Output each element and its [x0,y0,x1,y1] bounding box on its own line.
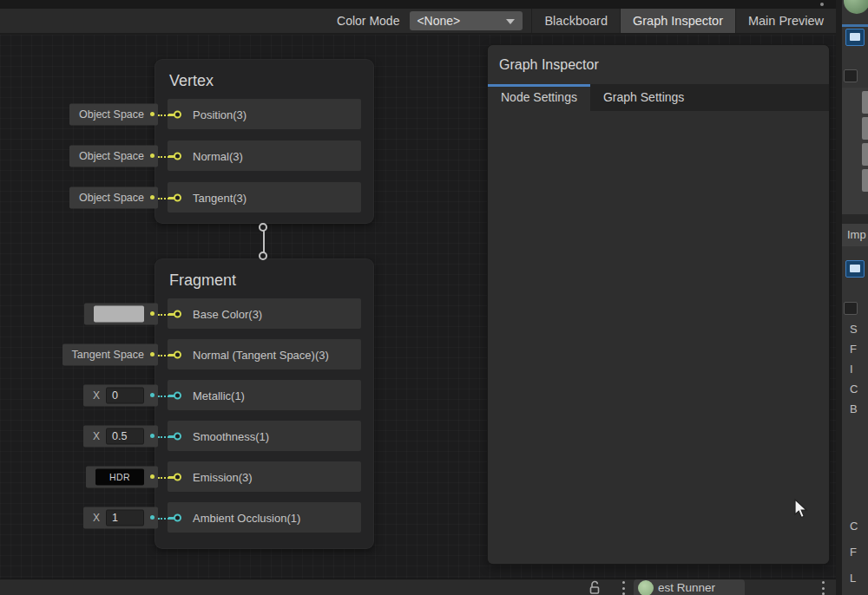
port-label: Smoothness(1) [193,429,269,442]
space-dropdown-value: Tangent Space [72,349,144,361]
port-connector-dot [150,112,155,116]
node-port-row: Object SpaceNormal(3) [168,141,361,171]
node-port-row: X0.5Smoothness(1) [168,421,361,451]
dropdown-control[interactable]: Object Space [69,145,158,167]
port-label: Emission(3) [193,470,253,483]
field-initial: L [850,566,867,592]
edge-connector-bottom-icon[interactable] [259,252,267,260]
shader-asset-icon [845,29,865,46]
node-port-row: X0Metallic(1) [168,380,361,410]
color-mode-dropdown[interactable]: <None> [410,11,523,30]
kebab-menu-icon[interactable] [621,581,625,595]
checkbox[interactable] [844,69,858,82]
shader-graph-window: Color Mode <None> BlackboardGraph Inspec… [0,0,868,595]
dropdown-control[interactable]: Object Space [69,103,158,125]
inspector-field-initials: SFICB [850,319,867,419]
port-connector-dot [150,515,155,520]
hdr-color-swatch: HDR [95,468,144,485]
graph-inspector-title: Graph Inspector [488,45,829,84]
port-connector-dot [150,474,155,479]
hdr-control[interactable]: HDR [86,466,158,487]
input-port-icon[interactable] [174,513,181,521]
node-port-row: Object SpacePosition(3) [168,99,361,129]
field-initial: F [850,539,867,566]
test-runner-tab-label: est Runner [658,581,715,594]
input-port-icon[interactable] [174,350,181,358]
field-input-sliver[interactable] [862,169,868,192]
float-control[interactable]: X1 [83,507,158,528]
toolbar-buttons: BlackboardGraph InspectorMain Preview [531,9,836,33]
port-label: Tangent(3) [193,191,247,204]
graph-canvas[interactable]: VertexObject SpacePosition(3)Object Spac… [0,35,836,579]
chevron-down-icon [506,19,515,24]
unlock-icon[interactable] [589,580,602,594]
float-control[interactable]: X0.5 [83,425,158,447]
x-prefix: X [93,430,100,442]
edge-connector-top-icon[interactable] [259,223,267,232]
node-title: Vertex [169,69,361,92]
port-label: Metallic(1) [193,389,245,402]
float-value: 0 [106,387,144,403]
color-control[interactable] [84,303,158,324]
graph-toolbar: Color Mode <None> BlackboardGraph Inspec… [0,9,836,35]
x-prefix: X [93,389,100,402]
x-prefix: X [93,512,100,524]
port-label: Normal(3) [193,149,243,162]
float-value: 1 [106,509,144,526]
dropdown-control[interactable]: Tangent Space [62,343,158,365]
node-port-row: Object SpaceTangent(3) [168,182,361,212]
port-label: Normal (Tangent Space)(3) [193,348,329,361]
input-port-icon[interactable] [174,432,181,440]
port-label: Ambient Occlusion(1) [193,511,300,524]
toolbar-button-main-preview[interactable]: Main Preview [735,9,836,33]
imported-object-header[interactable]: Imp [842,224,868,246]
inspector-lower-initials: CFL [850,513,867,592]
vertex-node[interactable]: VertexObject SpacePosition(3)Object Spac… [155,59,374,224]
color-swatch [94,305,144,322]
graph-inspector-panel: Graph Inspector Node SettingsGraph Setti… [488,45,829,564]
port-label: Position(3) [193,108,247,121]
port-connector-dot [150,434,155,438]
color-mode-label: Color Mode [337,14,399,28]
node-port-row: X1Ambient Occlusion(1) [168,502,361,533]
input-port-icon[interactable] [174,152,181,160]
color-mode-value: <None> [417,14,460,28]
field-input-sliver[interactable] [862,117,868,140]
bottom-bar: est Runner [0,579,836,595]
checkbox[interactable] [844,302,858,315]
port-connector-dot [150,352,155,356]
inspector-fields-section [842,88,868,214]
dropdown-control[interactable]: Object Space [69,186,158,208]
mouse-cursor-icon [794,499,809,520]
space-dropdown-value: Object Space [79,192,144,204]
inspector-tabstrip: Node SettingsGraph Settings [488,84,829,111]
field-input-sliver[interactable] [862,91,868,114]
field-input-sliver[interactable] [862,143,868,166]
tab-node-settings[interactable]: Node Settings [488,84,590,111]
input-port-icon[interactable] [174,110,181,118]
input-port-icon[interactable] [174,473,181,481]
test-runner-tab[interactable]: est Runner [634,579,745,595]
field-initial: B [850,399,867,419]
unity-inspector-sliver: Imp SFICB CFL [836,0,868,595]
tab-graph-settings[interactable]: Graph Settings [590,84,697,111]
section-divider [842,214,868,224]
toolbar-button-blackboard[interactable]: Blackboard [531,9,620,33]
inspector-sliver-content: Imp SFICB CFL [842,0,868,595]
top-strip [0,0,836,9]
kebab-menu-icon[interactable] [821,581,825,595]
space-dropdown-value: Object Space [79,150,144,162]
port-connector-dot [150,311,155,316]
float-control[interactable]: X0 [83,384,158,406]
input-port-icon[interactable] [174,193,181,201]
port-label: Base Color(3) [193,307,262,320]
input-port-icon[interactable] [174,310,181,317]
port-connector-dot [150,195,155,199]
node-port-row: Tangent SpaceNormal (Tangent Space)(3) [168,339,361,369]
toolbar-button-graph-inspector[interactable]: Graph Inspector [620,9,735,33]
fragment-node[interactable]: FragmentBase Color(3)Tangent SpaceNormal… [155,258,374,549]
input-port-icon[interactable] [174,391,181,399]
space-dropdown-value: Object Space [79,108,144,121]
material-sphere-icon [844,0,868,14]
port-connector-dot [150,154,155,158]
